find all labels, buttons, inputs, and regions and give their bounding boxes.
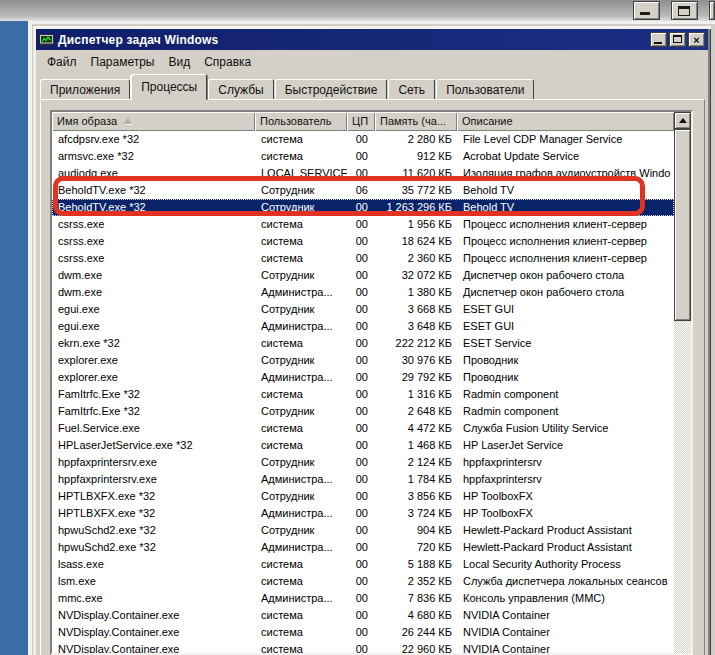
- cell-user: Сотрудник: [255, 267, 347, 284]
- table-row[interactable]: FamItrfc.Exe *32система001 316 КБRadmin …: [52, 386, 674, 403]
- table-row[interactable]: ekrn.exe *32система00222 212 КБESET Serv…: [52, 335, 674, 352]
- table-row[interactable]: dwm.exeАдминистра...001 380 КБДиспетчер …: [52, 284, 674, 301]
- table-row[interactable]: HPTLBXFX.exe *32Администра...003 724 КБH…: [52, 505, 674, 522]
- cell-name: mmc.exe: [52, 590, 255, 607]
- menu-file[interactable]: Файл: [40, 53, 84, 71]
- cell-desc: Служба диспетчера локальных сеансов: [457, 573, 674, 590]
- table-row[interactable]: armsvc.exe *32система00912 КБAcrobat Upd…: [52, 148, 674, 165]
- cell-mem: 1 468 КБ: [375, 437, 457, 454]
- table-row[interactable]: NVDisplay.Container.exeсистема0022 960 К…: [52, 641, 674, 653]
- vertical-scrollbar[interactable]: [674, 112, 691, 653]
- cell-desc: ESET GUI: [457, 301, 674, 318]
- column-header-cpu[interactable]: ЦП: [347, 112, 375, 131]
- cell-name: csrss.exe: [52, 250, 255, 267]
- scrollbar-up-button[interactable]: [674, 112, 691, 129]
- sort-ascending-icon: [124, 117, 132, 124]
- table-row[interactable]: HPTLBXFX.exe *32Сотрудник003 856 КБHP To…: [52, 488, 674, 505]
- tab-users[interactable]: Пользователи: [436, 79, 534, 100]
- table-row[interactable]: HPLaserJetService.exe *32система001 468 …: [52, 437, 674, 454]
- cell-desc: Консоль управления (MMC): [457, 590, 674, 607]
- cell-desc: Процесс исполнения клиент-сервер: [457, 250, 674, 267]
- maximize-button[interactable]: [669, 32, 686, 47]
- background-minimize-button[interactable]: [633, 1, 660, 20]
- cell-desc: HP ToolboxFX: [457, 488, 674, 505]
- table-row[interactable]: csrss.exeсистема002 360 КБПроцесс исполн…: [52, 250, 674, 267]
- tab-processes[interactable]: Процессы: [131, 74, 207, 100]
- table-row[interactable]: lsass.exeсистема005 188 КБLocal Security…: [52, 556, 674, 573]
- cell-cpu: 00: [347, 335, 375, 352]
- cell-name: FamItrfc.Exe *32: [52, 403, 255, 420]
- cell-mem: 26 244 КБ: [375, 624, 457, 641]
- process-listview: Имя образа Пользователь ЦП Память (ча...…: [50, 110, 693, 655]
- table-row[interactable]: explorer.exeСотрудник0030 976 КБПроводни…: [52, 352, 674, 369]
- table-row[interactable]: NVDisplay.Container.exeсистема004 680 КБ…: [52, 607, 674, 624]
- table-row[interactable]: Fuel.Service.exeсистема004 472 КБСлужба …: [52, 420, 674, 437]
- cell-desc: ESET Service: [457, 335, 674, 352]
- close-button[interactable]: ×: [688, 32, 705, 47]
- table-row[interactable]: hppfaxprintersrv.exeСотрудник002 124 КБh…: [52, 454, 674, 471]
- menubar: Файл Параметры Вид Справка: [36, 51, 708, 72]
- table-row[interactable]: BeholdTV.exe *32Сотрудник0635 772 КБBeho…: [52, 182, 674, 199]
- cell-desc: Изоляция графов аудиоустройств Windo: [457, 165, 674, 182]
- cell-name: hpwuSchd2.exe *32: [52, 522, 255, 539]
- task-manager-icon: [39, 33, 54, 47]
- table-row[interactable]: audiodg.exeLOCAL SERVICE0011 620 КБИзоля…: [52, 165, 674, 182]
- column-header-image-name[interactable]: Имя образа: [52, 112, 255, 131]
- menu-options[interactable]: Параметры: [84, 53, 162, 71]
- cell-cpu: 00: [347, 522, 375, 539]
- background-window-titlebar: [0, 0, 715, 21]
- table-row[interactable]: csrss.exeсистема0018 624 КБПроцесс испол…: [52, 233, 674, 250]
- cell-desc: Проводник: [457, 369, 674, 386]
- table-row[interactable]: BeholdTV.exe *32Сотрудник001 263 296 КБB…: [52, 199, 674, 216]
- table-row[interactable]: hpwuSchd2.exe *32Администра...00720 КБHe…: [52, 539, 674, 556]
- cell-name: NVDisplay.Container.exe: [52, 624, 255, 641]
- scrollbar-thumb[interactable]: [674, 129, 691, 321]
- menu-view[interactable]: Вид: [161, 53, 197, 71]
- table-row[interactable]: mmc.exeАдминистра...007 836 КБКонсоль уп…: [52, 590, 674, 607]
- cell-mem: 904 КБ: [375, 522, 457, 539]
- tab-performance[interactable]: Быстродействие: [275, 79, 388, 100]
- tab-networking[interactable]: Сеть: [388, 79, 435, 100]
- table-row[interactable]: explorer.exeАдминистра...0029 792 КБПров…: [52, 369, 674, 386]
- cell-name: hppfaxprintersrv.exe: [52, 454, 255, 471]
- titlebar[interactable]: Диспетчер задач Windows ×: [36, 29, 708, 50]
- cell-mem: 3 856 КБ: [375, 488, 457, 505]
- table-row[interactable]: FamItrfc.Exe *32Сотрудник002 648 КБRadmi…: [52, 403, 674, 420]
- cell-user: система: [255, 335, 347, 352]
- cell-mem: 3 648 КБ: [375, 318, 457, 335]
- cell-desc: Диспетчер окон рабочего стола: [457, 267, 674, 284]
- cell-cpu: 00: [347, 199, 375, 216]
- cell-desc: Процесс исполнения клиент-сервер: [457, 216, 674, 233]
- cell-cpu: 00: [347, 301, 375, 318]
- tab-services[interactable]: Службы: [208, 79, 273, 100]
- table-row[interactable]: NVDisplay.Container.exeсистема0026 244 К…: [52, 624, 674, 641]
- cell-mem: 720 КБ: [375, 539, 457, 556]
- cell-cpu: 00: [347, 165, 375, 182]
- minimize-button[interactable]: [650, 32, 667, 47]
- table-row[interactable]: csrss.exeсистема001 956 КБПроцесс исполн…: [52, 216, 674, 233]
- background-close-button[interactable]: [709, 1, 715, 20]
- cell-name: dwm.exe: [52, 284, 255, 301]
- cell-user: система: [255, 386, 347, 403]
- cell-user: система: [255, 641, 347, 653]
- column-header-description[interactable]: Описание: [457, 112, 674, 131]
- table-row[interactable]: dwm.exeСотрудник0032 072 КБДиспетчер око…: [52, 267, 674, 284]
- cell-mem: 1 784 КБ: [375, 471, 457, 488]
- table-row[interactable]: hppfaxprintersrv.exeАдминистра...001 784…: [52, 471, 674, 488]
- table-row[interactable]: egui.exeСотрудник003 668 КБESET GUI: [52, 301, 674, 318]
- column-header-user[interactable]: Пользователь: [255, 112, 347, 131]
- cell-name: HPTLBXFX.exe *32: [52, 505, 255, 522]
- table-row[interactable]: lsm.exeсистема002 352 КБСлужба диспетчер…: [52, 573, 674, 590]
- table-row[interactable]: afcdpsrv.exe *32система002 280 КБFile Le…: [52, 131, 674, 148]
- background-maximize-button[interactable]: [671, 1, 698, 20]
- cell-mem: 1 316 КБ: [375, 386, 457, 403]
- cell-mem: 32 072 КБ: [375, 267, 457, 284]
- cell-name: armsvc.exe *32: [52, 148, 255, 165]
- table-row[interactable]: egui.exeАдминистра...003 648 КБESET GUI: [52, 318, 674, 335]
- menu-help[interactable]: Справка: [197, 53, 258, 71]
- table-row[interactable]: hpwuSchd2.exe *32Сотрудник00904 КБHewlet…: [52, 522, 674, 539]
- column-header-memory[interactable]: Память (ча...: [375, 112, 457, 131]
- tab-applications[interactable]: Приложения: [40, 79, 130, 100]
- cell-cpu: 00: [347, 471, 375, 488]
- cell-mem: 4 472 КБ: [375, 420, 457, 437]
